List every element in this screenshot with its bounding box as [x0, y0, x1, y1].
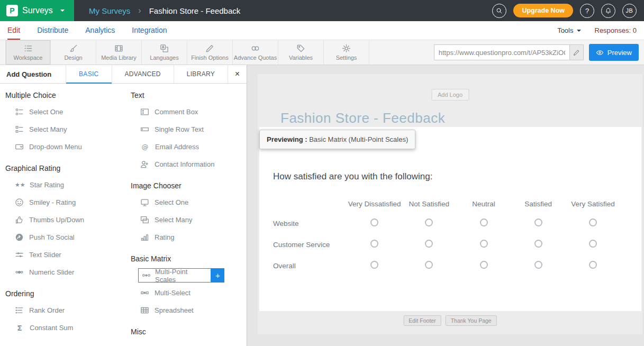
panel-item-label: Select One — [29, 108, 63, 116]
matrix-cell — [566, 218, 620, 228]
matrix-radio[interactable] — [534, 261, 542, 269]
toolbar-advance-quotas[interactable]: Advance Quotas — [233, 40, 278, 65]
notifications-button[interactable] — [601, 4, 615, 18]
panel-item-single-row-text[interactable]: Single Row Text — [131, 121, 247, 138]
panel-item-label: Email Address — [155, 143, 199, 151]
panel-item-label: Smiley - Rating — [29, 198, 76, 206]
breadcrumb: My Surveys › Fashion Store - Feedback — [89, 6, 240, 15]
panel-item-contact-information[interactable]: Contact Information — [131, 156, 247, 173]
section-basic-matrix: Basic Matrix Multi-Point Scales + Multi-… — [131, 254, 247, 319]
surveys-menu[interactable]: P Surveys — [0, 0, 74, 21]
survey-title: Fashion Store - Feedback — [280, 110, 445, 126]
tab-edit[interactable]: Edit — [7, 21, 20, 40]
panel-item-select-many[interactable]: Select Many — [5, 121, 131, 138]
toolbar-media-library[interactable]: Media Library — [96, 40, 142, 65]
panel-item-email-address[interactable]: @ Email Address — [131, 138, 247, 156]
tab-library[interactable]: LIBRARY — [174, 65, 228, 83]
matrix-radio[interactable] — [370, 240, 378, 248]
panel-item-rank-order[interactable]: Rank Order — [5, 302, 131, 319]
section-heading: Image Chooser — [131, 181, 247, 190]
add-question-plus-button[interactable]: + — [211, 268, 224, 283]
toolbar-workspace[interactable]: Workspace — [5, 40, 51, 65]
panel-title: Add Question — [0, 65, 66, 83]
upgrade-now-button[interactable]: Upgrade Now — [513, 4, 573, 17]
matrix-radio[interactable] — [589, 218, 597, 226]
toolbar-design[interactable]: Design — [51, 40, 96, 65]
avatar[interactable]: JB — [622, 4, 637, 18]
panel-item-multi-select[interactable]: Multi-Select — [131, 284, 247, 302]
panel-item-numeric-slider[interactable]: Numeric Slider — [5, 263, 131, 281]
panel-item-image-select-one[interactable]: Select One — [131, 194, 247, 211]
panel-item-partial[interactable] — [5, 342, 131, 346]
matrix-radio[interactable] — [534, 218, 542, 226]
panel-item-label: Contact Information — [155, 160, 214, 168]
text-slider-icon — [15, 250, 24, 259]
toolbar-variables[interactable]: Variables — [278, 40, 324, 65]
questionpro-logo-icon: P — [6, 5, 18, 16]
tab-integration[interactable]: Integration — [132, 21, 167, 40]
panel-item-constant-sum[interactable]: Σ Constant Sum — [5, 319, 131, 336]
main-nav: Edit Distribute Analytics Integration To… — [0, 21, 644, 40]
finish-options-icon — [205, 44, 214, 53]
panel-item-star-rating[interactable]: ★★ Star Rating — [5, 176, 131, 194]
help-button[interactable]: ? — [580, 4, 594, 18]
edit-url-button[interactable] — [569, 45, 583, 60]
panel-item-dropdown-menu[interactable]: Drop-down Menu — [5, 138, 131, 156]
tab-advanced[interactable]: ADVANCED — [112, 65, 174, 83]
panel-item-label: Multi-Point Scales — [155, 268, 207, 284]
close-panel-button[interactable]: × — [228, 65, 247, 83]
panel-item-thumbs-up-down[interactable]: Thumbs Up/Down — [5, 211, 131, 229]
panel-item-spreadsheet[interactable]: Spreadsheet — [131, 302, 247, 319]
panel-item-push-to-social[interactable]: Push To Social — [5, 229, 131, 246]
matrix-radio[interactable] — [425, 240, 433, 248]
matrix-radio[interactable] — [534, 240, 542, 248]
panel-item-image-rating[interactable]: Rating — [131, 229, 247, 246]
matrix-header-row: Very Dissatisfied Not Satisfied Neutral … — [273, 195, 620, 213]
add-question-panel: Add Question BASIC ADVANCED LIBRARY × Mu… — [0, 65, 247, 346]
breadcrumb-my-surveys[interactable]: My Surveys — [89, 6, 130, 15]
matrix-radio[interactable] — [480, 240, 488, 248]
panel-item-multi-point-scales[interactable]: Multi-Point Scales — [138, 268, 211, 283]
tab-analytics[interactable]: Analytics — [85, 21, 115, 40]
search-button[interactable] — [492, 4, 506, 18]
at-sign-icon: @ — [140, 143, 150, 151]
matrix-radio[interactable] — [425, 218, 433, 226]
matrix-cell — [347, 218, 402, 228]
tools-menu[interactable]: Tools — [557, 26, 580, 34]
contact-icon — [140, 160, 149, 169]
panel-item-comment-box[interactable]: Comment Box — [131, 103, 247, 121]
toolbar-finish-options[interactable]: Finish Options — [187, 40, 233, 65]
toolbar-languages[interactable]: Languages — [142, 40, 187, 65]
chevron-down-icon — [577, 30, 581, 32]
matrix-radio[interactable] — [370, 261, 378, 269]
toolbar-settings[interactable]: Settings — [324, 40, 369, 65]
responses-count: Responses: 0 — [595, 26, 637, 34]
page-footer: Edit Footer Thank You Page — [403, 315, 496, 326]
design-icon — [69, 44, 78, 53]
image-select-many-icon — [140, 215, 149, 224]
thank-you-page-button[interactable]: Thank You Page — [446, 315, 497, 326]
section-heading: Text — [131, 91, 247, 99]
matrix-radio[interactable] — [425, 261, 433, 269]
panel-item-image-select-many[interactable]: Select Many — [131, 211, 247, 229]
matrix-cell — [402, 261, 456, 270]
matrix-radio[interactable] — [589, 261, 597, 269]
settings-icon — [342, 44, 351, 53]
matrix-row: Customer Service — [273, 234, 620, 255]
panel-columns: Multiple Choice Select One Select Many D… — [0, 84, 247, 346]
chevron-down-icon — [60, 10, 65, 12]
panel-column-2: Text Comment Box Single Row Text @ Email… — [131, 87, 247, 346]
edit-footer-button[interactable]: Edit Footer — [403, 315, 441, 326]
matrix-radio[interactable] — [480, 261, 488, 269]
matrix-radio[interactable] — [589, 240, 597, 248]
matrix-radio[interactable] — [480, 218, 488, 226]
tab-distribute[interactable]: Distribute — [37, 21, 68, 40]
add-logo-button[interactable]: Add Logo — [431, 89, 469, 101]
panel-item-select-one[interactable]: Select One — [5, 103, 131, 121]
survey-url-input[interactable] — [434, 45, 569, 60]
panel-item-text-slider[interactable]: Text Slider — [5, 246, 131, 263]
tab-basic[interactable]: BASIC — [66, 65, 112, 83]
panel-item-smiley-rating[interactable]: Smiley - Rating — [5, 194, 131, 211]
matrix-radio[interactable] — [370, 218, 378, 226]
preview-button[interactable]: Preview — [589, 44, 639, 61]
